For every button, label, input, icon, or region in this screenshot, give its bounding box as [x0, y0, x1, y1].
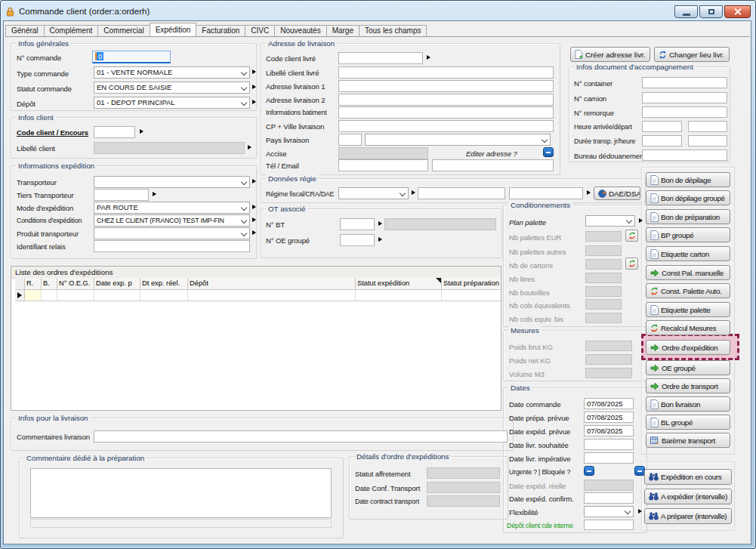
- recalcul-mesures-button[interactable]: Recalcul Mesures: [646, 320, 730, 335]
- date-commande-input[interactable]: 07/08/2025: [584, 398, 634, 409]
- column-header-no-oeg[interactable]: N° O.E.G.: [57, 278, 94, 290]
- tab-facturation[interactable]: Facturation: [196, 25, 245, 36]
- commentaires-livraison-input[interactable]: [94, 430, 508, 443]
- column-header-date-exp-prevue[interactable]: Date exp. p: [94, 278, 140, 290]
- no-container-input[interactable]: [642, 77, 727, 88]
- date-exped-confirm-input[interactable]: [584, 492, 634, 504]
- dae-dsa-button[interactable]: DAE/DSA: [594, 187, 640, 200]
- editer-adresse-checkbox[interactable]: [543, 147, 554, 157]
- creer-adresse-button[interactable]: Créer adresse livr.: [570, 47, 650, 62]
- heure-arrivee-input[interactable]: [642, 121, 682, 132]
- duree-jr-input[interactable]: [642, 135, 682, 147]
- tiers-transporteur-input[interactable]: [94, 189, 149, 201]
- bon-depilage-groupe-button[interactable]: Bon dépilage groupé: [646, 190, 730, 205]
- const-pal-manuelle-button[interactable]: Const Pal. manuelle: [646, 265, 730, 280]
- cell-statut-preparation[interactable]: [442, 290, 501, 301]
- conditions-expedition-select[interactable]: CHEZ LE CLIENT (FRANCO) TEST IMP-FIN: [94, 214, 250, 227]
- a-expedier-intervalle-button[interactable]: A expédier (intervalle): [644, 489, 732, 504]
- statut-commande-select[interactable]: EN COURS DE SAISIE: [94, 82, 250, 94]
- cell-date-exp-prevue[interactable]: [94, 290, 140, 301]
- horizontal-scrollbar[interactable]: [30, 519, 332, 528]
- urgente-checkbox[interactable]: [584, 466, 594, 476]
- duree-heure-input[interactable]: [688, 135, 727, 147]
- column-header-depot[interactable]: Dépôt: [188, 278, 356, 290]
- regime-fiscal-select[interactable]: [338, 187, 409, 199]
- recalc-palettes-button[interactable]: [625, 230, 638, 242]
- code-client-encours-link[interactable]: Code client / Encours: [17, 128, 88, 137]
- oe-groupe-button[interactable]: OE groupé: [646, 360, 730, 375]
- tab-commercial[interactable]: Commercial: [97, 25, 150, 36]
- bp-groupe-button[interactable]: BP groupé: [646, 227, 730, 242]
- no-commande-input[interactable]: 0: [92, 51, 171, 63]
- tab-complement[interactable]: Complément: [44, 25, 99, 36]
- tab-general[interactable]: Général: [5, 25, 45, 36]
- adresse-livraison-2-input[interactable]: [338, 94, 554, 106]
- close-button[interactable]: [724, 5, 751, 18]
- cell-no-oeg[interactable]: [57, 290, 94, 301]
- bureau-dedouanement-input[interactable]: [642, 150, 727, 161]
- depot-select[interactable]: 01 - DEPOT PRINCIPAL: [94, 97, 250, 109]
- flexibilite-select[interactable]: [584, 506, 634, 517]
- restore-button[interactable]: [699, 5, 723, 18]
- no-remorque-input[interactable]: [642, 106, 727, 118]
- tab-nouveautes[interactable]: Nouveautés: [274, 25, 326, 36]
- heure-depart-input[interactable]: [688, 121, 727, 132]
- column-header-b[interactable]: B.: [42, 278, 57, 290]
- column-header-r[interactable]: R.: [25, 278, 42, 290]
- cell-statut-expedition[interactable]: [356, 290, 442, 301]
- ordre-expedition-button[interactable]: Ordre d'expédition: [646, 340, 730, 355]
- tab-civc[interactable]: CIVC: [245, 25, 275, 36]
- bloquee-checkbox[interactable]: [634, 466, 645, 476]
- bon-livraison-button[interactable]: Bon livraison: [646, 396, 730, 412]
- informations-batiment-input[interactable]: [338, 106, 554, 119]
- code-client-livre-input[interactable]: [338, 52, 423, 64]
- adresse-livraison-1-input[interactable]: [338, 80, 554, 92]
- commentaire-preparation-textarea[interactable]: [30, 468, 332, 518]
- tab-marge[interactable]: Marge: [326, 25, 359, 36]
- mode-expedition-select[interactable]: PAR ROUTE: [94, 202, 250, 214]
- tab-tous-les-champs[interactable]: Tous les champs: [359, 25, 427, 36]
- bon-de-depilage-button[interactable]: Bon de dépilage: [646, 172, 730, 187]
- row-selector-cell[interactable]: [15, 290, 25, 301]
- a-preparer-intervalle-button[interactable]: A préparer (intervalle): [644, 508, 732, 524]
- type-commande-select[interactable]: 01 - VENTE NORMALE: [94, 66, 250, 79]
- pays-code-input[interactable]: [338, 134, 362, 146]
- date-exped-prevue-input[interactable]: 07/08/2025: [584, 425, 634, 436]
- date-prepa-prevue-input[interactable]: 07/08/2025: [584, 412, 634, 423]
- date-livr-souhaitee-input[interactable]: [584, 439, 634, 450]
- code-client-input[interactable]: [94, 126, 135, 138]
- table-row[interactable]: [11, 290, 501, 301]
- no-bt-input[interactable]: [340, 218, 375, 230]
- tab-expedition[interactable]: Expédition: [150, 23, 197, 36]
- plan-palette-select[interactable]: [585, 215, 635, 227]
- no-oe-groupe-input[interactable]: [340, 234, 375, 246]
- const-palette-auto-button[interactable]: Const. Palette Auto.: [646, 283, 730, 298]
- ordre-de-transport-button[interactable]: Ordre de transport: [646, 378, 730, 393]
- bareme-transport-button[interactable]: Barème transport: [646, 433, 730, 448]
- changer-lieu-button[interactable]: Changer lieu livr.: [654, 47, 730, 62]
- libelle-client-livre-input[interactable]: [338, 66, 554, 79]
- column-header-statut-expedition[interactable]: Statut expédition: [356, 278, 442, 290]
- cell-dt-exp-reel[interactable]: [140, 290, 188, 301]
- tel-input[interactable]: [338, 159, 428, 171]
- cell-b[interactable]: [42, 290, 57, 301]
- etiquette-carton-button[interactable]: Etiquette carton: [646, 246, 730, 261]
- produit-transporteur-select[interactable]: [94, 227, 250, 239]
- pays-livraison-select[interactable]: [365, 134, 551, 146]
- cell-r[interactable]: [25, 290, 42, 301]
- no-camion-input[interactable]: [642, 92, 727, 103]
- cp-ville-livraison-input[interactable]: [338, 120, 554, 132]
- column-header-dt-exp-reel[interactable]: Dt exp. réel.: [140, 278, 188, 290]
- cra-input[interactable]: [418, 187, 505, 199]
- bon-de-preparation-button[interactable]: Bon de préparation: [646, 209, 730, 224]
- minimize-button[interactable]: [674, 5, 698, 18]
- dae-input[interactable]: [509, 187, 583, 199]
- email-input[interactable]: [432, 159, 554, 171]
- date-livr-imperative-input[interactable]: [584, 452, 634, 464]
- expedition-en-cours-button[interactable]: Expédition en cours: [644, 469, 732, 485]
- bl-groupe-button[interactable]: BL groupé: [646, 415, 730, 430]
- transporteur-select[interactable]: [94, 176, 250, 188]
- depot-client-cde-interne-input[interactable]: [584, 520, 634, 530]
- etiquette-palette-button[interactable]: Etiquette palette: [646, 302, 730, 317]
- identifiant-relais-input[interactable]: [94, 240, 250, 252]
